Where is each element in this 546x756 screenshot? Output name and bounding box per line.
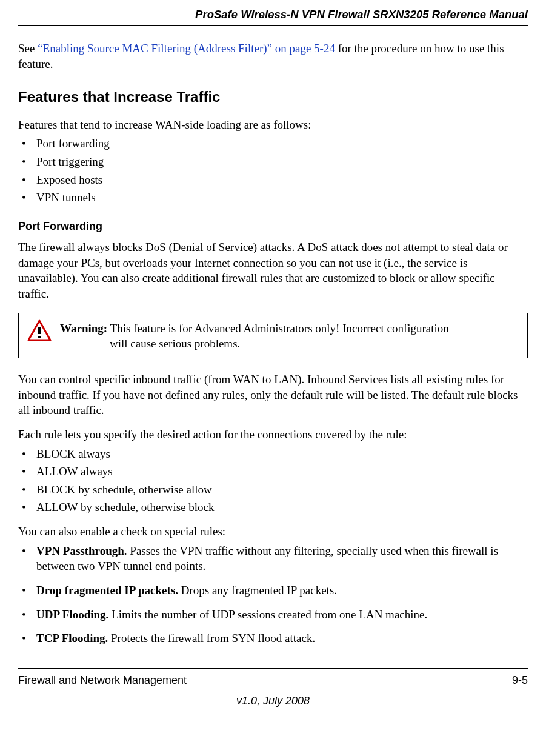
special-term: UDP Flooding. <box>36 608 108 621</box>
special-term: VPN Passthrough. <box>36 544 127 557</box>
list-item: ALLOW by schedule, otherwise block <box>18 500 528 515</box>
list-item: BLOCK by schedule, otherwise allow <box>18 482 528 498</box>
svg-rect-1 <box>38 327 41 334</box>
subheading-port-forwarding: Port Forwarding <box>18 219 528 233</box>
special-rules-list: VPN Passthrough. Passes the VPN traffic … <box>18 543 528 646</box>
warning-box: Warning: This feature is for Advanced Ad… <box>18 313 528 358</box>
warning-text: Warning: This feature is for Advanced Ad… <box>60 319 519 352</box>
intro-paragraph: See “Enabling Source MAC Filtering (Addr… <box>18 41 528 72</box>
list-item: TCP Flooding. Protects the firewall from… <box>18 631 528 646</box>
list-item: Port forwarding <box>18 136 528 152</box>
inbound-paragraph-2: Each rule lets you specify the desired a… <box>18 427 528 443</box>
warning-label: Warning: <box>60 322 107 335</box>
page: ProSafe Wireless-N VPN Firewall SRXN3205… <box>0 0 546 756</box>
list-item: UDP Flooding. Limits the number of UDP s… <box>18 607 528 623</box>
footer: Firewall and Network Management 9-5 <box>18 673 528 687</box>
special-desc: Drops any fragmented IP packets. <box>178 584 337 597</box>
footer-page-number: 9-5 <box>512 673 528 687</box>
footer-divider <box>18 668 528 669</box>
intro-pre: See <box>18 42 38 55</box>
warning-icon <box>27 319 52 341</box>
special-desc: Protects the firewall from SYN flood att… <box>108 632 315 644</box>
warning-line1: This feature is for Advanced Administrat… <box>107 322 449 335</box>
header-divider <box>18 25 528 26</box>
list-item: VPN tunnels <box>18 190 528 206</box>
special-term: TCP Flooding. <box>36 632 108 644</box>
special-term: Drop fragmented IP packets. <box>36 584 178 597</box>
port-forwarding-paragraph: The firewall always blocks DoS (Denial o… <box>18 239 528 302</box>
inbound-paragraph-1: You can control specific inbound traffic… <box>18 372 528 418</box>
list-item: ALLOW always <box>18 464 528 480</box>
rule-actions-list: BLOCK always ALLOW always BLOCK by sched… <box>18 446 528 516</box>
footer-version: v1.0, July 2008 <box>18 694 528 708</box>
footer-section-name: Firewall and Network Management <box>18 673 187 687</box>
special-desc: Limits the number of UDP sessions create… <box>108 608 427 621</box>
section-lead: Features that tend to increase WAN-side … <box>18 117 528 133</box>
xref-link[interactable]: “Enabling Source MAC Filtering (Address … <box>38 42 335 55</box>
svg-rect-2 <box>38 336 41 338</box>
inbound-paragraph-3: You can also enable a check on special r… <box>18 524 528 540</box>
list-item: Exposed hosts <box>18 172 528 188</box>
wan-features-list: Port forwarding Port triggering Exposed … <box>18 136 528 206</box>
section-heading: Features that Increase Traffic <box>18 87 528 107</box>
list-item: BLOCK always <box>18 446 528 462</box>
list-item: VPN Passthrough. Passes the VPN traffic … <box>18 543 528 574</box>
list-item: Port triggering <box>18 154 528 170</box>
warning-line2: will cause serious problems. <box>60 336 519 352</box>
header-manual-title: ProSafe Wireless-N VPN Firewall SRXN3205… <box>18 7 528 22</box>
list-item: Drop fragmented IP packets. Drops any fr… <box>18 583 528 598</box>
